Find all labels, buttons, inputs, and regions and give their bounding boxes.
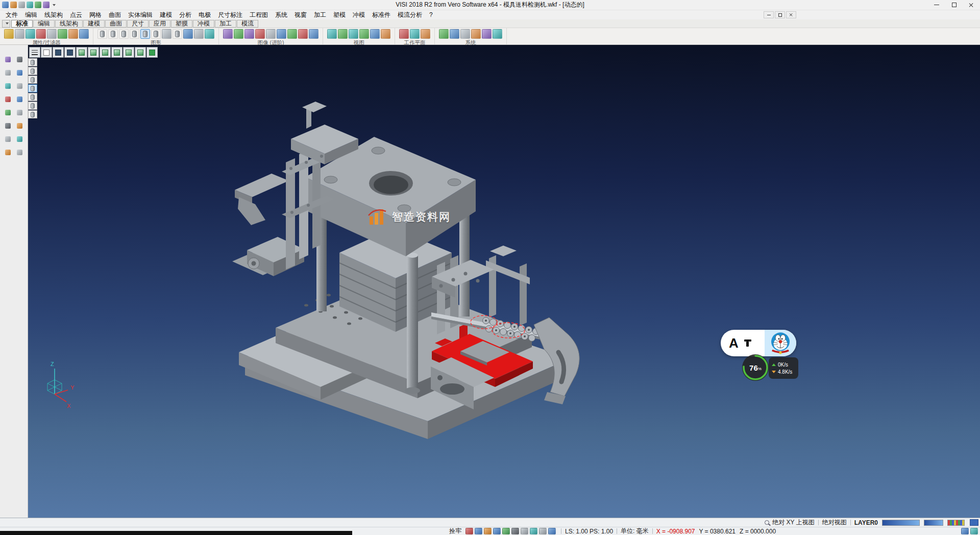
toolbar-icon[interactable] bbox=[460, 29, 470, 39]
scale-label[interactable]: LS: 1.00 PS: 1.00 bbox=[565, 528, 613, 535]
color-palette-strip[interactable] bbox=[947, 520, 965, 526]
toolbar-icon[interactable] bbox=[36, 29, 46, 39]
save-file-icon[interactable] bbox=[18, 2, 25, 8]
info-icon[interactable] bbox=[493, 528, 501, 534]
tool-icon[interactable] bbox=[4, 135, 12, 143]
status-icon[interactable] bbox=[465, 528, 473, 534]
tool-icon[interactable] bbox=[4, 68, 12, 77]
doc-restore-button[interactable] bbox=[775, 11, 785, 18]
toolbar-icon[interactable] bbox=[381, 29, 390, 39]
tool-icon[interactable] bbox=[15, 108, 24, 117]
tool-icon[interactable] bbox=[15, 95, 24, 104]
viewport-3d[interactable]: Z X Y bbox=[28, 45, 980, 518]
ribbon-tab[interactable]: 应用 bbox=[149, 20, 170, 28]
tool-icon[interactable] bbox=[15, 82, 24, 90]
menu-item[interactable]: 建模 bbox=[156, 11, 176, 19]
select-mode-button[interactable] bbox=[28, 58, 37, 66]
ribbon-tab[interactable]: 塑膜 bbox=[171, 20, 192, 28]
toolbar-icon[interactable] bbox=[223, 29, 233, 39]
toolbar-icon[interactable] bbox=[234, 29, 243, 39]
toolbar-icon[interactable] bbox=[309, 29, 318, 39]
minimize-button[interactable] bbox=[928, 0, 945, 10]
cylinder-display-icon[interactable] bbox=[97, 29, 107, 39]
view-solid-button[interactable] bbox=[146, 47, 158, 58]
menu-item[interactable]: 点云 bbox=[66, 11, 86, 19]
view-back-button[interactable] bbox=[123, 47, 134, 58]
undo-icon[interactable] bbox=[35, 2, 41, 8]
menu-item[interactable]: 分析 bbox=[176, 11, 195, 19]
menu-item[interactable]: 视窗 bbox=[291, 11, 310, 19]
toolbar-icon[interactable] bbox=[244, 29, 254, 39]
menu-item[interactable]: 系统 bbox=[272, 11, 291, 19]
toolbar-icon[interactable] bbox=[79, 29, 89, 39]
toolbar-icon[interactable] bbox=[277, 29, 286, 39]
select-mode-button-active[interactable] bbox=[28, 84, 37, 92]
toolbar-icon[interactable] bbox=[471, 29, 481, 39]
toolbar-icon[interactable] bbox=[287, 29, 297, 39]
menu-item[interactable]: 尺寸标注 bbox=[214, 11, 246, 19]
menu-item[interactable]: 实体编辑 bbox=[125, 11, 156, 19]
toolbar-icon[interactable] bbox=[162, 29, 172, 39]
toolbar-icon[interactable] bbox=[482, 29, 492, 39]
doc-minimize-button[interactable] bbox=[764, 11, 774, 18]
cylinder-display-icon[interactable] bbox=[108, 29, 118, 39]
open-file-icon[interactable] bbox=[10, 2, 17, 8]
menu-item[interactable]: 文件 bbox=[2, 11, 21, 19]
toolbar-icon[interactable] bbox=[26, 29, 35, 39]
toolbar-icon[interactable] bbox=[68, 29, 78, 39]
toolbar-icon[interactable] bbox=[183, 29, 193, 39]
view-wireframe-button[interactable] bbox=[64, 47, 76, 58]
cylinder-display-icon-active[interactable] bbox=[140, 29, 150, 39]
tool-icon[interactable] bbox=[4, 148, 12, 157]
view-top-button[interactable] bbox=[88, 47, 99, 58]
ribbon-tab[interactable]: 标准 bbox=[11, 20, 33, 28]
view-iso-button[interactable] bbox=[76, 47, 87, 58]
status-icon[interactable] bbox=[961, 528, 969, 534]
tool-icon[interactable] bbox=[4, 108, 12, 117]
toolbar-icon[interactable] bbox=[255, 29, 265, 39]
memory-percent-ring[interactable]: 76% bbox=[741, 353, 770, 382]
absolute-view-label[interactable]: 绝对视图 bbox=[822, 518, 847, 527]
view-front-button[interactable] bbox=[100, 47, 111, 58]
toolbar-icon[interactable] bbox=[493, 29, 502, 39]
menu-item[interactable]: 冲模 bbox=[349, 11, 369, 19]
ribbon-tab[interactable]: 编辑 bbox=[33, 20, 55, 28]
menu-item[interactable]: ? bbox=[426, 11, 436, 18]
view-mode-label[interactable]: 绝对 XY 上视图 bbox=[772, 518, 814, 527]
menu-item[interactable]: 线架构 bbox=[41, 11, 66, 19]
toolbar-icon[interactable] bbox=[338, 29, 348, 39]
ribbon-tab[interactable]: 曲面 bbox=[105, 20, 127, 28]
cylinder-display-icon[interactable] bbox=[173, 29, 182, 39]
toolbar-icon[interactable] bbox=[205, 29, 214, 39]
view-side-button[interactable] bbox=[111, 47, 122, 58]
tool-icon[interactable] bbox=[4, 82, 12, 90]
tool-icon[interactable] bbox=[15, 121, 24, 130]
toolbar-icon[interactable] bbox=[298, 29, 308, 39]
doc-close-button[interactable] bbox=[786, 11, 796, 18]
layer-manager-icon[interactable] bbox=[970, 519, 978, 526]
cylinder-display-icon[interactable] bbox=[151, 29, 161, 39]
toolbar-icon[interactable] bbox=[194, 29, 204, 39]
ribbon-tab[interactable]: 冲模 bbox=[193, 20, 214, 28]
view-bottom-button[interactable] bbox=[135, 47, 146, 58]
status-icon[interactable] bbox=[484, 528, 492, 534]
tab-dropdown-button[interactable] bbox=[2, 20, 10, 28]
toolbar-icon[interactable] bbox=[370, 29, 380, 39]
status-icon[interactable] bbox=[530, 528, 537, 534]
menu-item[interactable]: 网格 bbox=[86, 11, 105, 19]
refresh-icon[interactable] bbox=[502, 528, 510, 534]
toolbar-icon[interactable] bbox=[399, 29, 409, 39]
menu-item[interactable]: 电极 bbox=[195, 11, 214, 19]
print-icon[interactable] bbox=[27, 2, 33, 8]
snap-lock-label[interactable]: 拴牢 bbox=[449, 527, 461, 535]
toolbar-icon[interactable] bbox=[58, 29, 67, 39]
menu-item[interactable]: 曲面 bbox=[105, 11, 125, 19]
search-icon[interactable] bbox=[765, 520, 769, 525]
toolbar-icon[interactable] bbox=[15, 29, 24, 39]
view-menu-button[interactable] bbox=[29, 47, 40, 58]
select-mode-button[interactable] bbox=[28, 93, 37, 101]
cylinder-display-icon[interactable] bbox=[119, 29, 129, 39]
menu-item[interactable]: 塑模 bbox=[330, 11, 349, 19]
select-mode-button[interactable] bbox=[28, 110, 37, 118]
toolbar-icon[interactable] bbox=[266, 29, 276, 39]
